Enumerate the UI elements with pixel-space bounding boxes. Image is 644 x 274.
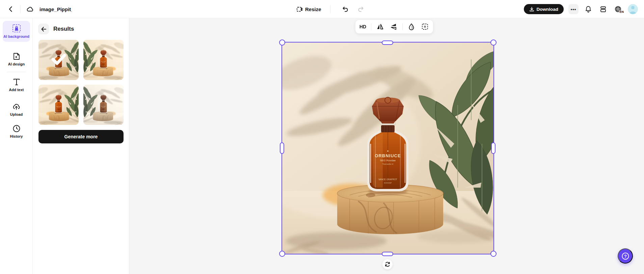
sidebar-item-ai-design[interactable]: AI design [3,52,30,66]
header-divider [20,5,21,13]
resize-label: Resize [305,6,321,12]
chevron-left-icon [7,6,14,12]
results-header: Results [38,24,74,34]
undo-icon [342,5,349,13]
cloud-sync-button[interactable] [23,0,37,18]
result-thumbnail-1[interactable] [38,40,79,80]
regenerate-button[interactable] [382,259,393,270]
back-button[interactable] [4,0,18,18]
undo-redo-group [341,4,365,15]
header-divider [330,5,330,13]
selected-check-icon [49,50,68,69]
top-bar: image_Pippit_20 Resize [0,0,644,18]
person-icon [628,4,638,14]
undo-button[interactable] [341,4,350,15]
results-thumbnails [38,40,124,125]
sidebar-rail: AI background AI design Add text Upload [0,18,33,274]
flip-horizontal-button[interactable] [375,22,385,31]
result-thumbnail-3[interactable] [38,85,79,125]
sidebar-item-history[interactable]: History [3,124,30,139]
sidebar-item-label: AI design [8,62,25,66]
ai-design-icon [12,52,21,61]
sidebar-item-label: Add text [9,88,24,92]
more-options-button[interactable]: ••• [568,4,579,14]
app-window: image_Pippit_20 Resize [0,0,644,274]
redo-button[interactable] [356,4,365,15]
language-label: EN [619,10,624,13]
billing-button[interactable] [598,4,608,14]
result-image-4 [83,85,124,125]
generate-more-button[interactable]: Generate more [38,130,124,143]
result-image-3 [38,85,79,125]
upload-cloud-icon [12,102,21,111]
file-name[interactable]: image_Pippit_20 [39,6,72,12]
history-clock-icon [12,124,21,133]
refresh-icon [384,261,391,267]
hd-enhance-button[interactable]: HD [359,22,367,31]
selection-handle-bottom-right[interactable] [490,251,497,257]
resize-button[interactable]: Resize [294,4,324,15]
language-button[interactable]: EN [613,4,623,14]
cloud-icon [26,5,34,13]
sidebar-item-label: History [10,134,23,139]
toolbar-divider [402,23,403,30]
image-toolbar: HD [355,20,433,34]
download-button[interactable]: Download [524,4,564,14]
billing-card-icon [599,5,607,13]
selected-image[interactable] [282,43,493,254]
sidebar-item-label: Upload [10,112,23,117]
sidebar-item-upload[interactable]: Upload [3,102,30,117]
download-label: Download [537,7,559,12]
sidebar-divider [7,72,26,72]
sidebar-item-ai-background[interactable]: AI background [3,21,30,42]
result-image-2 [83,40,124,80]
question-mark: ? [624,253,627,258]
droplet-icon [408,23,415,30]
flip-vertical-button[interactable] [389,22,398,31]
results-title: Results [53,26,74,32]
redo-icon [357,5,364,13]
selection-handle-top-right[interactable] [490,39,497,46]
sidebar-item-add-text[interactable]: Add text [3,78,30,92]
help-button[interactable]: ? [618,248,633,264]
results-back-button[interactable] [38,24,49,34]
toolbar-divider [371,23,371,30]
sidebar-item-label: AI background [3,34,29,39]
bell-icon [585,5,592,13]
header-right-group: Download ••• EN [524,0,638,18]
download-icon [529,7,534,12]
question-icon: ? [621,252,630,261]
notifications-button[interactable] [583,4,593,14]
add-text-icon [12,78,21,86]
resize-icon [296,6,303,12]
header-center-group: Resize [294,0,365,18]
result-thumbnail-2[interactable] [83,40,124,80]
avatar[interactable] [628,4,638,14]
ai-background-icon [12,24,21,33]
result-thumbnail-4[interactable] [83,85,124,125]
header-left-group: image_Pippit_20 [0,0,72,18]
selection-handle-right-middle[interactable] [491,142,495,154]
adjust-color-button[interactable] [407,22,416,31]
selection-handle-top-middle[interactable] [382,40,393,45]
flip-vertical-icon [390,23,397,30]
dashed-frame-icon [421,23,429,30]
selection-handle-top-left[interactable] [279,39,285,46]
flip-horizontal-icon [376,23,384,30]
selection-handle-left-middle[interactable] [280,142,284,154]
arrow-left-icon [41,26,47,32]
refine-selection-button[interactable] [420,22,430,31]
results-panel: Results Generate more [33,18,129,274]
selection-handle-bottom-middle[interactable] [382,252,393,256]
selection-handle-bottom-left[interactable] [279,251,285,257]
